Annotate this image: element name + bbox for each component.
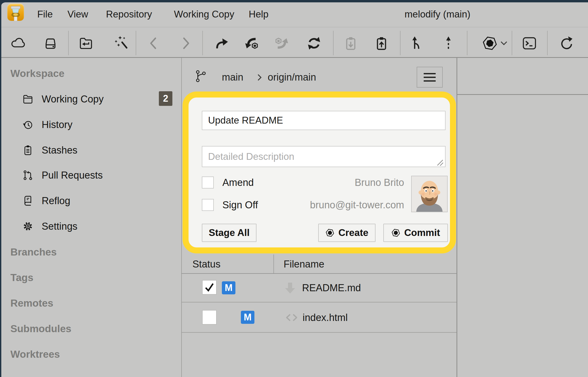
markdown-file-icon	[283, 281, 297, 295]
header-menu-button[interactable]	[417, 67, 443, 88]
rebase-button[interactable]	[435, 30, 462, 57]
quick-actions-button[interactable]	[108, 30, 135, 57]
sidebar-item-label: Settings	[42, 221, 77, 232]
forward-button[interactable]	[172, 30, 199, 57]
commit-dropdown-button[interactable]	[475, 30, 514, 57]
drive-icon	[42, 35, 59, 51]
author-avatar	[411, 176, 448, 212]
sidebar-item-label: History	[42, 119, 72, 130]
amend-checkbox[interactable]	[202, 177, 214, 188]
sidebar-item-label: Pull Requests	[42, 170, 103, 181]
signoff-checkbox[interactable]	[202, 199, 214, 211]
stage-checkbox-checked[interactable]	[202, 280, 217, 295]
cloud-services-button[interactable]	[4, 30, 31, 57]
commit-hexagon-icon	[482, 35, 498, 51]
cloud-icon	[10, 35, 26, 51]
hamburger-icon	[424, 73, 436, 74]
push-button[interactable]	[268, 30, 295, 57]
diff-pane-header-divider	[457, 94, 588, 95]
menu-working-copy[interactable]: Working Copy	[174, 9, 234, 20]
clipboard-down-icon	[343, 35, 359, 51]
toolbar-separator	[400, 31, 401, 55]
resize-handle-icon[interactable]	[436, 159, 444, 166]
sidebar-item-settings[interactable]: Settings	[22, 218, 77, 234]
toolbar-separator	[512, 31, 512, 55]
pull-request-icon	[22, 169, 34, 181]
sidebar-item-stashes[interactable]: Stashes	[22, 142, 77, 158]
checkout-button[interactable]	[208, 30, 235, 57]
window-title: melodify (main)	[354, 9, 521, 20]
current-branch-label[interactable]: main	[222, 71, 243, 83]
status-badge-modified: M	[241, 311, 254, 324]
stage-all-button[interactable]: Stage All	[202, 224, 257, 242]
column-divider[interactable]	[273, 254, 274, 273]
local-repositories-button[interactable]	[37, 30, 64, 57]
checkmark-icon	[204, 282, 215, 293]
author-name: Bruno Brito	[326, 177, 404, 188]
tower-app-window: File View Repository Working Copy Help m…	[0, 0, 588, 377]
refresh-icon	[558, 35, 574, 51]
filename-label: index.html	[303, 312, 348, 323]
file-row-index[interactable]: M index.html	[182, 302, 456, 332]
rebase-icon	[440, 35, 456, 51]
sidebar-item-label: Stashes	[42, 145, 77, 156]
apply-stash-button[interactable]	[337, 30, 364, 57]
commit-button[interactable]: Commit	[383, 224, 448, 242]
commit-hexagon-icon	[391, 228, 401, 238]
sidebar-section-remotes[interactable]: Remotes	[10, 297, 53, 309]
menu-view[interactable]: View	[67, 9, 88, 20]
pull-button[interactable]	[238, 30, 265, 57]
status-badge-modified: M	[222, 281, 235, 294]
amend-label: Amend	[222, 177, 254, 188]
fetch-button[interactable]	[301, 30, 328, 57]
diff-pane-divider[interactable]	[456, 58, 457, 377]
create-button[interactable]: Create	[318, 224, 376, 242]
tower-app-icon	[7, 4, 24, 21]
menu-help[interactable]: Help	[249, 9, 268, 20]
sidebar-section-submodules[interactable]: Submodules	[10, 323, 71, 335]
push-icon	[274, 35, 290, 51]
toolbar-separator	[68, 31, 69, 55]
toolbar-separator	[202, 31, 203, 55]
sidebar-item-working-copy[interactable]: Working Copy	[22, 91, 104, 107]
filename-label: README.md	[302, 282, 361, 294]
window-left-border	[0, 0, 1, 377]
column-header-status[interactable]: Status	[192, 259, 221, 270]
menu-file[interactable]: File	[37, 9, 53, 20]
open-repository-button[interactable]	[72, 30, 99, 57]
history-clock-icon	[22, 119, 34, 131]
commit-subject-input[interactable]	[202, 111, 446, 130]
window-top-border	[0, 0, 588, 2]
checkout-arrow-icon	[213, 35, 229, 51]
book-icon	[22, 195, 34, 207]
back-button[interactable]	[140, 30, 167, 57]
sidebar-section-branches[interactable]: Branches	[10, 246, 57, 258]
row-divider	[182, 332, 456, 333]
sidebar-section-worktrees[interactable]: Worktrees	[10, 348, 60, 360]
chevron-down-icon	[500, 40, 508, 46]
merge-button[interactable]	[404, 30, 431, 57]
stash-button[interactable]	[368, 30, 395, 57]
file-row-readme[interactable]: M README.md	[182, 274, 456, 302]
sidebar-item-label: Reflog	[42, 195, 70, 206]
git-branch-icon	[194, 69, 208, 84]
sidebar-section-workspace[interactable]: Workspace	[10, 68, 64, 80]
commit-description-input[interactable]	[202, 146, 446, 167]
pull-icon	[243, 35, 260, 51]
sidebar-item-pull-requests[interactable]: Pull Requests	[22, 167, 103, 183]
sidebar-item-reflog[interactable]: Reflog	[22, 193, 70, 209]
sidebar-section-tags[interactable]: Tags	[10, 272, 33, 284]
menubar-divider	[1, 27, 588, 27]
working-copy-count-badge: 2	[159, 91, 172, 106]
sidebar-item-history[interactable]: History	[22, 117, 72, 132]
upstream-branch-label[interactable]: origin/main	[268, 71, 316, 83]
stage-checkbox-unchecked[interactable]	[202, 310, 217, 325]
menu-repository[interactable]: Repository	[106, 9, 152, 20]
forward-chevron-icon	[177, 35, 193, 51]
column-header-filename[interactable]: Filename	[284, 259, 324, 270]
toolbar-separator	[467, 31, 467, 55]
commit-hexagon-icon	[325, 228, 335, 238]
open-repository-icon	[78, 35, 94, 51]
refresh-button[interactable]	[553, 30, 580, 57]
terminal-button[interactable]	[516, 30, 543, 57]
